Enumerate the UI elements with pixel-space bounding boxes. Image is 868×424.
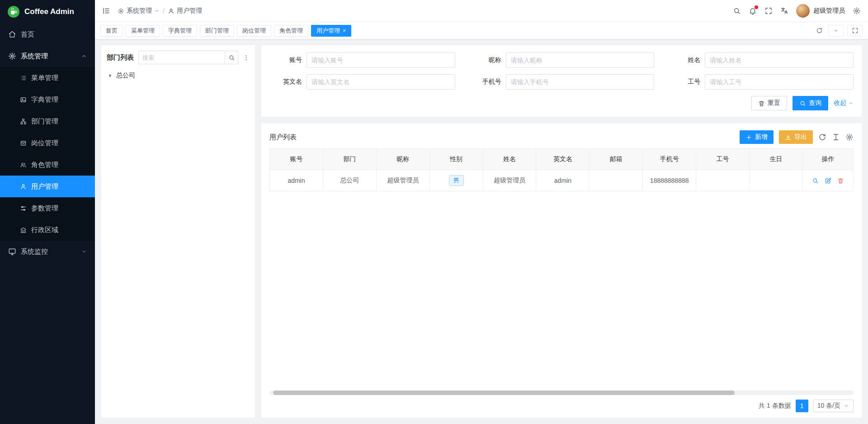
sidebar-item-home[interactable]: 首页 <box>0 24 95 45</box>
edit-row-button[interactable] <box>825 177 831 184</box>
search-form-actions: 重置 查询 收起 <box>269 96 854 110</box>
search-form-grid: 账号 昵称 姓名 英文名 <box>269 52 854 90</box>
horizontal-scrollbar[interactable] <box>269 391 854 395</box>
tab-user-management[interactable]: 用户管理 × <box>311 25 351 37</box>
breadcrumb-separator: / <box>163 7 165 14</box>
tab-dictionary-management[interactable]: 字典管理 <box>163 25 197 37</box>
row-height-button[interactable] <box>832 133 840 141</box>
right-column: 账号 昵称 姓名 英文名 <box>261 45 862 418</box>
tab-role-management[interactable]: 角色管理 <box>274 25 308 37</box>
tab-options-button[interactable] <box>828 25 844 37</box>
column-header: 昵称 <box>376 149 429 170</box>
table-empty-area <box>269 191 854 391</box>
username: 超级管理员 <box>813 7 845 15</box>
nickname-input[interactable] <box>506 52 655 68</box>
trash-icon <box>837 177 844 184</box>
tab-close-icon[interactable]: × <box>343 28 346 33</box>
cell-account: admin <box>270 170 323 191</box>
app-logo[interactable]: Coffee Admin <box>0 0 95 24</box>
sidebar-item-department-management[interactable]: 部门管理 <box>0 110 95 132</box>
sidebar-item-system-management[interactable]: 系统管理 <box>0 45 95 67</box>
sidebar-item-label: 系统管理 <box>21 52 48 61</box>
page-content: 部门列表 总公 <box>95 39 868 424</box>
cell-phone: 18888888888 <box>643 170 696 191</box>
sidebar-fold-button[interactable] <box>102 7 110 15</box>
tab-department-management[interactable]: 部门管理 <box>200 25 234 37</box>
dictionary-icon <box>20 96 27 103</box>
post-icon <box>20 140 27 147</box>
add-button-label: 新增 <box>755 133 768 141</box>
name-input[interactable] <box>705 52 854 68</box>
cell-name: 超级管理员 <box>483 170 536 191</box>
breadcrumb-system-management[interactable]: 系统管理 <box>118 7 160 15</box>
page-1-button[interactable]: 1 <box>796 400 808 412</box>
breadcrumb-user-management[interactable]: 用户管理 <box>168 7 202 15</box>
account-input[interactable] <box>307 52 455 68</box>
column-header: 工号 <box>696 149 750 170</box>
maximize-icon <box>852 27 859 34</box>
sidebar-item-dictionary-management[interactable]: 字典管理 <box>0 89 95 110</box>
chevron-down-icon <box>844 403 849 409</box>
department-panel-header: 部门列表 <box>107 51 250 64</box>
tab-post-management[interactable]: 岗位管理 <box>237 25 271 37</box>
sidebar-item-parameter-management[interactable]: 参数管理 <box>0 197 95 219</box>
notifications-button[interactable] <box>749 7 757 15</box>
sidebar-item-label: 岗位管理 <box>31 139 58 148</box>
sidebar-item-user-management[interactable]: 用户管理 <box>0 176 95 197</box>
refresh-tab-button[interactable] <box>814 27 825 34</box>
department-search-input[interactable] <box>138 51 225 64</box>
column-settings-button[interactable] <box>845 133 854 141</box>
trash-icon <box>758 100 765 107</box>
search-icon <box>799 100 806 107</box>
tree-node-head-office[interactable]: 总公司 <box>107 70 250 81</box>
column-header-operations: 操作 <box>803 149 854 170</box>
form-field: 姓名 <box>668 52 854 68</box>
tab-label: 岗位管理 <box>242 27 266 35</box>
page-size-select[interactable]: 10 条/页 <box>813 400 854 412</box>
sidebar-item-label: 系统监控 <box>21 248 48 256</box>
tab-menu-management[interactable]: 菜单管理 <box>126 25 160 37</box>
sidebar-item-menu-management[interactable]: 菜单管理 <box>0 67 95 89</box>
phone-input[interactable] <box>506 74 655 90</box>
collapse-form-link[interactable]: 收起 <box>834 99 854 107</box>
sidebar-item-label: 用户管理 <box>31 182 58 191</box>
department-more-button[interactable] <box>243 54 250 61</box>
view-row-button[interactable] <box>812 177 819 184</box>
fullscreen-button[interactable] <box>764 7 773 15</box>
chevron-down-icon <box>833 28 839 33</box>
sidebar-item-region-management[interactable]: 行政区域 <box>0 219 95 241</box>
app-root: Coffee Admin 首页 系统管理 菜单管理 字典管理 <box>0 0 868 424</box>
cell-gender: 男 <box>429 170 483 191</box>
column-header: 手机号 <box>643 149 696 170</box>
global-search-button[interactable] <box>733 7 741 15</box>
export-button[interactable]: 导出 <box>779 130 813 144</box>
chevron-up-icon <box>81 53 87 59</box>
content-fullscreen-button[interactable] <box>847 25 863 37</box>
work-id-input[interactable] <box>705 74 854 90</box>
english-name-input[interactable] <box>307 74 455 90</box>
query-button[interactable]: 查询 <box>793 96 828 110</box>
cell-department: 总公司 <box>323 170 376 191</box>
field-label: 姓名 <box>668 56 700 64</box>
chevron-down-icon <box>154 8 160 14</box>
home-icon <box>8 30 16 38</box>
field-label: 账号 <box>269 56 302 64</box>
dots-vertical-icon <box>243 54 250 61</box>
caret-right-icon[interactable] <box>108 73 113 78</box>
reset-button[interactable]: 重置 <box>751 96 787 110</box>
table-row[interactable]: admin 总公司 超级管理员 男 超级管理员 admin 1888888888… <box>270 170 854 191</box>
breadcrumb: 系统管理 / 用户管理 <box>118 7 202 15</box>
tab-home[interactable]: 首页 <box>100 25 123 37</box>
add-user-button[interactable]: 新增 <box>740 130 774 144</box>
scrollbar-thumb[interactable] <box>273 391 735 395</box>
sidebar-item-system-monitor[interactable]: 系统监控 <box>0 241 95 262</box>
column-header: 生日 <box>750 149 803 170</box>
user-menu[interactable]: 超级管理员 <box>796 4 845 18</box>
refresh-table-button[interactable] <box>818 133 826 141</box>
language-switch-button[interactable] <box>780 7 788 15</box>
settings-button[interactable] <box>853 7 861 15</box>
department-search-button[interactable] <box>225 51 238 64</box>
delete-row-button[interactable] <box>837 177 844 184</box>
sidebar-item-role-management[interactable]: 角色管理 <box>0 154 95 176</box>
sidebar-item-post-management[interactable]: 岗位管理 <box>0 132 95 154</box>
